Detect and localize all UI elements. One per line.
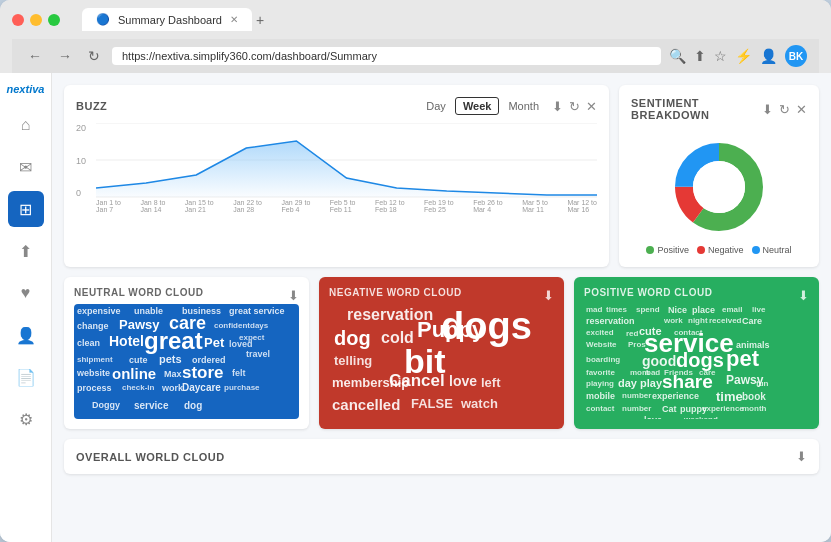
close-icon[interactable]: ✕ <box>796 102 807 117</box>
download-icon[interactable]: ⬇ <box>796 449 807 464</box>
word-email: email <box>722 306 742 314</box>
top-row: BUZZ Day Week Month ⬇ ↻ ✕ <box>64 85 819 267</box>
negative-cloud-panel: NEGATIVE WORD CLOUD ⬇ reservation dog co… <box>319 277 564 429</box>
word-live: live <box>752 306 765 314</box>
sidebar-item-messages[interactable]: ✉ <box>8 149 44 185</box>
sidebar: nextiva ⌂ ✉ ⊞ ⬆ ♥ 👤 📄 ⚙ <box>0 73 52 542</box>
word-month: month <box>742 405 766 413</box>
content-area: BUZZ Day Week Month ⬇ ↻ ✕ <box>52 73 831 542</box>
sentiment-panel: SENTIMENT BREAKDOWN ⬇ ↻ ✕ <box>619 85 819 267</box>
download-icon[interactable]: ⬇ <box>552 99 563 114</box>
word-watch: watch <box>461 397 498 410</box>
legend-neutral: Neutral <box>752 245 792 255</box>
positive-cloud-title: POSITIVE WORD CLOUD <box>584 287 712 298</box>
title-bar: 🔵 Summary Dashboard ✕ + ← → ↻ https://ne… <box>0 0 831 73</box>
word-experience: experience <box>652 392 699 401</box>
positive-label: Positive <box>657 245 689 255</box>
positive-cloud-panel: POSITIVE WORD CLOUD ⬇ mad times spend Ni… <box>574 277 819 429</box>
word-service: service <box>134 401 168 411</box>
word-mad: mad <box>586 306 602 314</box>
bookmark-icon[interactable]: ☆ <box>714 48 727 64</box>
browser-window: 🔵 Summary Dashboard ✕ + ← → ↻ https://ne… <box>0 0 831 542</box>
month-button[interactable]: Month <box>501 98 546 114</box>
negative-label: Negative <box>708 245 744 255</box>
word-cancel: Cancel <box>389 372 445 389</box>
close-icon[interactable]: ✕ <box>586 99 597 114</box>
neutral-cloud-content: expensive unable business great service … <box>74 304 299 419</box>
url-input[interactable]: https://nextiva.simplify360.com/dashboar… <box>112 47 661 65</box>
forward-button[interactable]: → <box>54 46 76 66</box>
refresh-button[interactable]: ↻ <box>84 46 104 66</box>
week-button[interactable]: Week <box>455 97 500 115</box>
x-label-10: Mar 5 toMar 11 <box>522 199 548 213</box>
word-left: left <box>481 376 501 389</box>
buzz-line-chart <box>96 123 597 198</box>
profile-icon[interactable]: 👤 <box>760 48 777 64</box>
overall-title: OVERALL WORLD CLOUD <box>76 451 225 463</box>
word-nice: Nice <box>668 306 687 315</box>
sidebar-item-users[interactable]: 👤 <box>8 317 44 353</box>
sidebar-item-home[interactable]: ⌂ <box>8 107 44 143</box>
word-night: night <box>688 317 708 325</box>
word-daycare: Daycare <box>182 383 221 393</box>
buzz-actions: Day Week Month ⬇ ↻ ✕ <box>419 97 597 115</box>
buzz-header: BUZZ Day Week Month ⬇ ↻ ✕ <box>76 97 597 115</box>
word-cute: cute <box>129 356 148 365</box>
neutral-cloud-panel: NEUTRAL WORD CLOUD ⬇ expensive unable bu… <box>64 277 309 429</box>
day-button[interactable]: Day <box>419 98 453 114</box>
word-dogs: dogs <box>441 307 532 345</box>
word-purchase: purchase <box>224 384 260 392</box>
donut-svg <box>669 137 769 237</box>
word-clouds-row: NEUTRAL WORD CLOUD ⬇ expensive unable bu… <box>64 277 819 429</box>
extensions-icon[interactable]: ⚡ <box>735 48 752 64</box>
search-icon[interactable]: 🔍 <box>669 48 686 64</box>
word-time: time <box>716 390 743 403</box>
word-checkin: check-in <box>122 384 154 392</box>
neutral-dot <box>752 246 760 254</box>
download-icon[interactable]: ⬇ <box>543 288 554 303</box>
tab-close-icon[interactable]: ✕ <box>230 14 238 25</box>
svg-point-6 <box>693 161 745 213</box>
download-icon[interactable]: ⬇ <box>798 288 809 303</box>
active-tab[interactable]: 🔵 Summary Dashboard ✕ <box>82 8 252 31</box>
word-playing: playing <box>586 380 614 388</box>
word-change: change <box>77 322 109 331</box>
x-label-8: Feb 19 toFeb 25 <box>424 199 454 213</box>
word-love: love <box>644 416 662 419</box>
word-reservation: reservation <box>586 317 635 326</box>
refresh-icon[interactable]: ↻ <box>779 102 790 117</box>
word-favorite: favorite <box>586 369 615 377</box>
y-label-0: 0 <box>76 188 94 198</box>
legend-positive: Positive <box>646 245 689 255</box>
word-online: online <box>112 366 156 381</box>
neutral-label: Neutral <box>763 245 792 255</box>
word-doggy: Doggy <box>92 401 120 410</box>
close-button[interactable] <box>12 14 24 26</box>
new-tab-button[interactable]: + <box>256 12 264 28</box>
sentiment-legend: Positive Negative Neutral <box>631 245 807 255</box>
avatar[interactable]: BK <box>785 45 807 67</box>
word-place: place <box>692 306 715 315</box>
word-care: Care <box>742 317 762 326</box>
sidebar-item-dashboard[interactable]: ⊞ <box>8 191 44 227</box>
minimize-button[interactable] <box>30 14 42 26</box>
back-button[interactable]: ← <box>24 46 46 66</box>
sidebar-item-settings[interactable]: ⚙ <box>8 401 44 437</box>
x-label-4: Jan 22 toJan 28 <box>233 199 262 213</box>
sidebar-item-publish[interactable]: ⬆ <box>8 233 44 269</box>
download-icon[interactable]: ⬇ <box>762 102 773 117</box>
word-bad: bad <box>646 369 660 377</box>
word-boarding: boarding <box>586 356 620 364</box>
word-experience2: experience <box>702 405 744 413</box>
share-icon[interactable]: ⬆ <box>694 48 706 64</box>
tab-favicon: 🔵 <box>96 13 110 26</box>
word-times: times <box>606 306 627 314</box>
sidebar-item-reports[interactable]: 📄 <box>8 359 44 395</box>
sidebar-item-engage[interactable]: ♥ <box>8 275 44 311</box>
tab-title: Summary Dashboard <box>118 14 222 26</box>
refresh-icon[interactable]: ↻ <box>569 99 580 114</box>
y-label-20: 20 <box>76 123 94 133</box>
download-icon[interactable]: ⬇ <box>288 288 299 303</box>
maximize-button[interactable] <box>48 14 60 26</box>
negative-cloud-title: NEGATIVE WORD CLOUD <box>329 287 462 298</box>
